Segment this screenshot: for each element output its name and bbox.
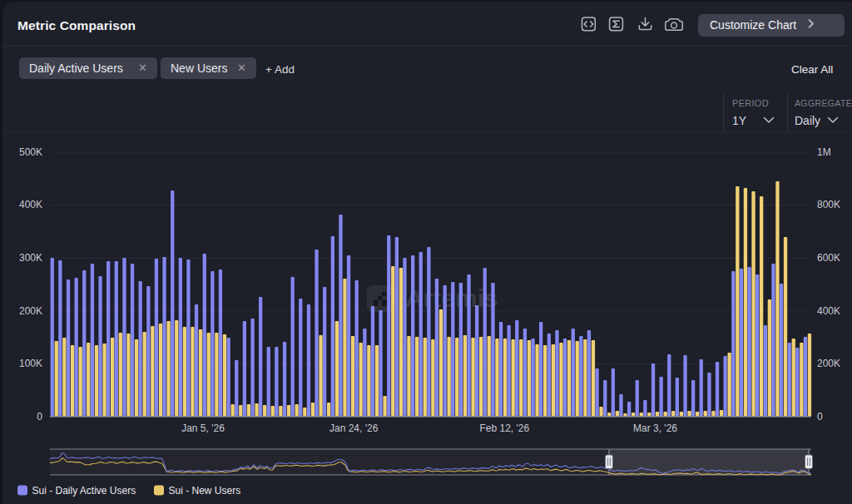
svg-text:400K: 400K [817, 305, 840, 317]
svg-text:0: 0 [37, 411, 42, 422]
svg-text:600K: 600K [817, 252, 840, 264]
svg-text:100K: 100K [19, 358, 42, 369]
svg-text:Feb 12, '26: Feb 12, '26 [479, 422, 529, 434]
svg-text:0: 0 [817, 411, 823, 422]
svg-text:400K: 400K [19, 199, 42, 210]
svg-text:500K: 500K [19, 146, 42, 158]
svg-text:800K: 800K [817, 199, 840, 210]
svg-text:Jan 5, '26: Jan 5, '26 [181, 422, 225, 434]
svg-text:Jan 24, '26: Jan 24, '26 [329, 422, 379, 434]
svg-text:300K: 300K [19, 252, 42, 264]
svg-text:Mar 3, '26: Mar 3, '26 [633, 422, 677, 434]
svg-text:Sui - Daily Active Users: Sui - Daily Active Users [32, 485, 136, 497]
svg-text:200K: 200K [817, 358, 840, 369]
svg-text:Sui - New Users: Sui - New Users [169, 485, 241, 497]
svg-text:200K: 200K [19, 305, 42, 317]
svg-text:1M: 1M [817, 146, 831, 158]
